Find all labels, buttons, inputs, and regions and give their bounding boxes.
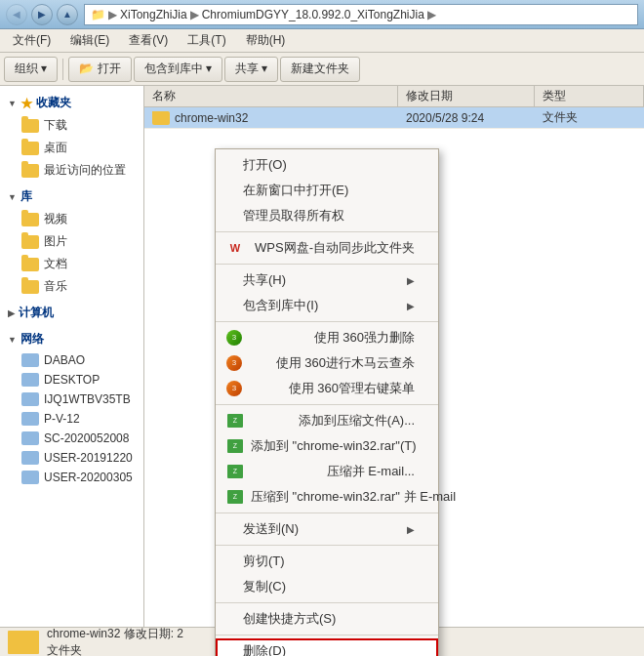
zip-icon: Z <box>227 490 243 504</box>
ctx-item-zip-rar-email[interactable]: Z 压缩到 "chrome-win32.rar" 并 E-mail <box>216 484 438 510</box>
ctx-item-send-to[interactable]: 发送到(N) ▶ <box>216 516 438 542</box>
context-menu-overlay: 打开(O) 在新窗口中打开(E) 管理员取得所有权 W WPS网盘-自动同步此文… <box>0 0 644 656</box>
ctx-item-admin-own[interactable]: 管理员取得所有权 <box>216 203 438 228</box>
ctx-separator <box>216 404 438 405</box>
ctx-separator <box>216 512 438 513</box>
ctx-item-open[interactable]: 打开(O) <box>216 152 438 178</box>
context-menu: 打开(O) 在新窗口中打开(E) 管理员取得所有权 W WPS网盘-自动同步此文… <box>215 148 439 656</box>
ctx-item-create-shortcut[interactable]: 创建快捷方式(S) <box>216 606 438 632</box>
ctx-item-copy[interactable]: 复制(C) <box>216 574 438 599</box>
submenu-arrow-icon: ▶ <box>407 301 415 311</box>
zip-icon: Z <box>227 439 243 453</box>
ctx-item-360-menu[interactable]: 3 使用 360管理右键菜单 <box>216 376 438 401</box>
ctx-item-include-library[interactable]: 包含到库中(I) ▶ <box>216 293 438 318</box>
submenu-arrow-icon: ▶ <box>407 524 415 535</box>
icon-360-orange: 3 <box>226 381 242 396</box>
ctx-item-delete[interactable]: 删除(D) <box>216 638 438 656</box>
icon-360-orange: 3 <box>226 355 242 371</box>
ctx-item-360-scan[interactable]: 3 使用 360进行木马云查杀 <box>216 350 438 376</box>
zip-icon: Z <box>227 414 243 428</box>
ctx-item-add-zip[interactable]: Z 添加到压缩文件(A)... <box>216 408 438 433</box>
icon-360-green: 3 <box>226 330 242 346</box>
ctx-separator <box>216 264 438 265</box>
ctx-item-add-zip-rar[interactable]: Z 添加到 "chrome-win32.rar"(T) <box>216 433 438 459</box>
ctx-separator <box>216 635 438 636</box>
ctx-item-share[interactable]: 共享(H) ▶ <box>216 267 438 293</box>
ctx-separator <box>216 602 438 603</box>
ctx-separator <box>216 231 438 232</box>
ctx-item-360-delete[interactable]: 3 使用 360强力删除 <box>216 325 438 350</box>
ctx-separator <box>216 321 438 322</box>
submenu-arrow-icon: ▶ <box>407 275 415 286</box>
ctx-item-wps[interactable]: W WPS网盘-自动同步此文件夹 <box>216 235 438 261</box>
zip-icon: Z <box>227 465 243 478</box>
ctx-item-open-new-window[interactable]: 在新窗口中打开(E) <box>216 178 438 203</box>
ctx-separator <box>216 545 438 546</box>
ctx-item-cut[interactable]: 剪切(T) <box>216 549 438 574</box>
ctx-item-zip-email[interactable]: Z 压缩并 E-mail... <box>216 459 438 484</box>
